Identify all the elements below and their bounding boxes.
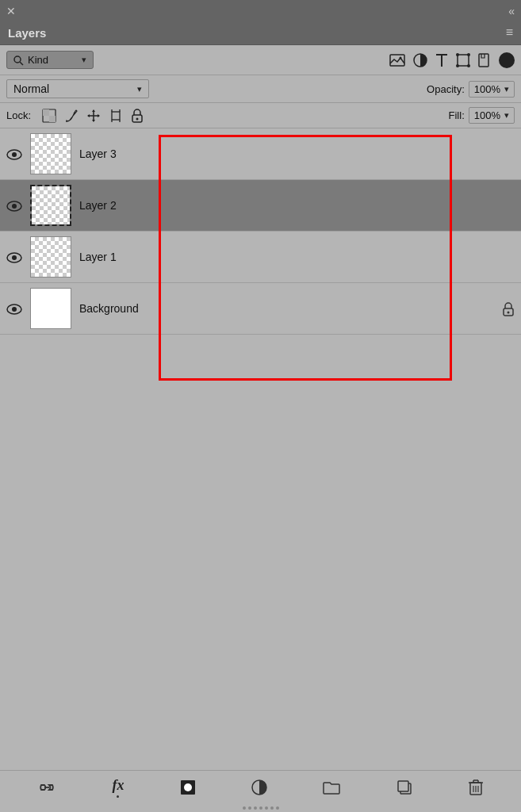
opacity-section: Opacity: 100% ▾ xyxy=(427,81,515,98)
svg-point-8 xyxy=(456,53,459,56)
blend-mode-row: Normal ▾ Opacity: 100% ▾ xyxy=(0,75,521,103)
lock-position-icon[interactable] xyxy=(86,108,101,123)
adjustment-filter-icon[interactable] xyxy=(413,52,427,68)
blend-chevron-icon: ▾ xyxy=(137,84,142,94)
lock-pixels-icon[interactable] xyxy=(64,108,79,123)
svg-marker-19 xyxy=(92,109,95,112)
svg-point-35 xyxy=(12,255,17,260)
bottom-toolbar: fx xyxy=(0,770,521,804)
fill-select[interactable]: 100% ▾ xyxy=(469,107,515,124)
new-adjustment-button[interactable] xyxy=(251,779,267,795)
svg-marker-20 xyxy=(92,120,95,122)
svg-point-11 xyxy=(467,64,470,67)
svg-point-9 xyxy=(467,53,470,56)
blend-mode-label: Normal xyxy=(13,82,133,95)
fill-chevron-icon: ▾ xyxy=(504,110,509,121)
kind-label: Kind xyxy=(28,54,78,66)
filter-row: Kind ▾ xyxy=(0,45,521,75)
lock-all-icon[interactable] xyxy=(131,108,144,123)
svg-rect-14 xyxy=(43,109,49,116)
svg-point-31 xyxy=(12,152,17,157)
svg-rect-7 xyxy=(458,55,469,66)
layer2-name: Layer 2 xyxy=(79,199,515,212)
svg-point-10 xyxy=(456,64,459,67)
scrollbar-hint xyxy=(0,804,521,812)
panel-title: Layers xyxy=(8,26,46,40)
layers-panel: ✕ « Layers ≡ Kind ▾ xyxy=(0,0,521,812)
duplicate-layer-button[interactable] xyxy=(396,779,412,795)
layer-item[interactable]: Background xyxy=(0,283,521,335)
svg-point-33 xyxy=(12,204,17,209)
layers-list-container: Layer 3 Layer 2 Layer 1 xyxy=(0,128,521,335)
opacity-value: 100% xyxy=(474,83,500,95)
svg-point-3 xyxy=(400,57,402,59)
opacity-label: Opacity: xyxy=(427,83,465,95)
svg-point-29 xyxy=(136,117,139,120)
svg-point-39 xyxy=(508,311,510,313)
layer-item[interactable]: Layer 1 xyxy=(0,232,521,283)
fill-section: Fill: 100% ▾ xyxy=(449,107,515,124)
svg-point-37 xyxy=(12,307,17,312)
fill-label: Fill: xyxy=(449,109,465,121)
layer1-thumbnail xyxy=(30,236,71,278)
panel-header: Layers ≡ xyxy=(0,22,521,45)
svg-marker-21 xyxy=(87,114,90,117)
layer-item[interactable]: Layer 3 xyxy=(0,128,521,180)
layer-effects-button[interactable]: fx xyxy=(112,777,124,798)
visibility-toggle-background[interactable] xyxy=(6,301,22,316)
svg-point-0 xyxy=(14,56,21,63)
delete-layer-button[interactable] xyxy=(468,779,484,796)
lock-label: Lock: xyxy=(6,109,31,121)
scrollbar-dots xyxy=(243,806,279,810)
layer3-name: Layer 3 xyxy=(79,147,515,160)
document-filter-icon[interactable] xyxy=(478,52,491,68)
text-filter-icon[interactable] xyxy=(435,52,448,68)
layers-list: Layer 3 Layer 2 Layer 1 xyxy=(0,128,521,335)
svg-line-16 xyxy=(74,113,75,113)
background-lock-icon xyxy=(502,301,515,317)
kind-filter-select[interactable]: Kind ▾ xyxy=(6,51,94,69)
layer1-name: Layer 1 xyxy=(79,251,515,263)
link-layers-button[interactable] xyxy=(37,780,56,795)
top-bar: ✕ « xyxy=(0,0,521,22)
visibility-toggle-layer2[interactable] xyxy=(6,198,22,213)
visibility-toggle-layer3[interactable] xyxy=(6,147,22,161)
background-name: Background xyxy=(79,302,494,315)
svg-rect-15 xyxy=(49,116,56,122)
svg-point-42 xyxy=(184,783,192,791)
layer-item[interactable]: Layer 2 xyxy=(0,180,521,232)
background-thumbnail xyxy=(30,288,71,329)
filter-toggle[interactable] xyxy=(499,52,515,68)
blend-mode-select[interactable]: Normal ▾ xyxy=(6,79,149,98)
kind-chevron-icon: ▾ xyxy=(82,55,86,65)
layer2-thumbnail xyxy=(30,185,71,226)
collapse-button[interactable]: « xyxy=(508,5,515,17)
fill-value: 100% xyxy=(474,109,500,121)
image-filter-icon[interactable] xyxy=(389,52,405,68)
new-group-button[interactable] xyxy=(323,780,340,795)
empty-layer-area xyxy=(0,335,521,770)
panel-menu-button[interactable]: ≡ xyxy=(506,25,513,40)
layer3-thumbnail xyxy=(30,133,71,174)
svg-marker-22 xyxy=(98,114,100,117)
lock-icons-group xyxy=(42,108,144,123)
search-icon xyxy=(13,54,24,66)
add-mask-button[interactable] xyxy=(180,779,196,795)
svg-rect-23 xyxy=(112,112,120,120)
close-button[interactable]: ✕ xyxy=(6,5,16,17)
transform-filter-icon[interactable] xyxy=(456,52,470,68)
svg-rect-12 xyxy=(479,54,488,67)
visibility-toggle-layer1[interactable] xyxy=(6,250,22,264)
svg-rect-45 xyxy=(398,781,408,791)
lock-transparency-icon[interactable] xyxy=(42,108,56,123)
svg-line-1 xyxy=(20,62,23,65)
lock-artboard-icon[interactable] xyxy=(109,108,123,123)
opacity-select[interactable]: 100% ▾ xyxy=(469,81,515,98)
opacity-chevron-icon: ▾ xyxy=(504,84,509,94)
filter-icons-group xyxy=(100,52,515,68)
lock-row: Lock: xyxy=(0,103,521,128)
